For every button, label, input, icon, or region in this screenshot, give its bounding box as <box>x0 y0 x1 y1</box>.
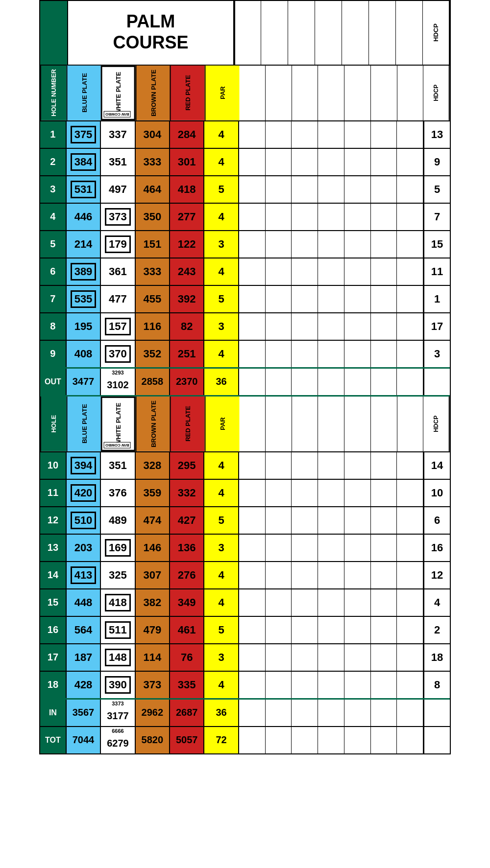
score-1-4[interactable] <box>318 121 344 148</box>
in-score-2[interactable] <box>266 700 292 726</box>
score-6-5[interactable] <box>344 258 371 285</box>
score-16-5[interactable] <box>344 617 371 643</box>
score-12-3[interactable] <box>292 507 318 534</box>
score-4-6[interactable] <box>371 204 397 230</box>
score-8-3[interactable] <box>292 313 318 340</box>
score-11-6[interactable] <box>371 480 397 506</box>
score-11-4[interactable] <box>318 480 344 506</box>
score-10-4[interactable] <box>318 452 344 479</box>
score-16-7[interactable] <box>397 617 423 643</box>
score-17-3[interactable] <box>292 644 318 671</box>
score-18-5[interactable] <box>344 672 371 698</box>
score-17-7[interactable] <box>397 644 423 671</box>
score-18-1[interactable] <box>239 672 266 698</box>
in-score-1[interactable] <box>239 700 266 726</box>
score-15-6[interactable] <box>371 589 397 616</box>
score-17-6[interactable] <box>371 644 397 671</box>
score-16-6[interactable] <box>371 617 397 643</box>
score-5-5[interactable] <box>344 231 371 258</box>
score-3-7[interactable] <box>397 176 423 203</box>
score-15-2[interactable] <box>266 589 292 616</box>
score-8-5[interactable] <box>344 313 371 340</box>
score-5-3[interactable] <box>292 231 318 258</box>
score-4-7[interactable] <box>397 204 423 230</box>
score-15-1[interactable] <box>239 589 266 616</box>
score-18-3[interactable] <box>292 672 318 698</box>
score-10-1[interactable] <box>239 452 266 479</box>
out-score-4[interactable] <box>318 369 344 395</box>
score-6-4[interactable] <box>318 258 344 285</box>
score-11-2[interactable] <box>266 480 292 506</box>
out-score-2[interactable] <box>266 369 292 395</box>
score-7-4[interactable] <box>318 286 344 312</box>
score-17-4[interactable] <box>318 644 344 671</box>
out-score-3[interactable] <box>292 369 318 395</box>
score-6-1[interactable] <box>239 258 266 285</box>
out-score-6[interactable] <box>371 369 397 395</box>
score-14-4[interactable] <box>318 562 344 588</box>
score-1-1[interactable] <box>239 121 266 148</box>
score-3-3[interactable] <box>292 176 318 203</box>
score-3-6[interactable] <box>371 176 397 203</box>
score-14-2[interactable] <box>266 562 292 588</box>
score-13-7[interactable] <box>397 535 423 561</box>
score-11-1[interactable] <box>239 480 266 506</box>
score-1-6[interactable] <box>371 121 397 148</box>
score-6-6[interactable] <box>371 258 397 285</box>
score-1-5[interactable] <box>344 121 371 148</box>
score-16-3[interactable] <box>292 617 318 643</box>
score-4-2[interactable] <box>266 204 292 230</box>
score-7-3[interactable] <box>292 286 318 312</box>
score-12-7[interactable] <box>397 507 423 534</box>
score-15-5[interactable] <box>344 589 371 616</box>
score-1-3[interactable] <box>292 121 318 148</box>
in-score-7[interactable] <box>397 700 423 726</box>
score-2-3[interactable] <box>292 149 318 175</box>
score-2-5[interactable] <box>344 149 371 175</box>
score-11-7[interactable] <box>397 480 423 506</box>
score-13-5[interactable] <box>344 535 371 561</box>
tot-score-2[interactable] <box>266 727 292 753</box>
score-2-2[interactable] <box>266 149 292 175</box>
score-8-6[interactable] <box>371 313 397 340</box>
in-score-4[interactable] <box>318 700 344 726</box>
score-4-3[interactable] <box>292 204 318 230</box>
score-5-1[interactable] <box>239 231 266 258</box>
score-3-4[interactable] <box>318 176 344 203</box>
score-3-1[interactable] <box>239 176 266 203</box>
score-16-2[interactable] <box>266 617 292 643</box>
score-16-1[interactable] <box>239 617 266 643</box>
score-14-7[interactable] <box>397 562 423 588</box>
score-7-7[interactable] <box>397 286 423 312</box>
score-5-7[interactable] <box>397 231 423 258</box>
score-4-5[interactable] <box>344 204 371 230</box>
out-score-7[interactable] <box>397 369 423 395</box>
score-9-6[interactable] <box>371 341 397 367</box>
score-15-4[interactable] <box>318 589 344 616</box>
score-18-4[interactable] <box>318 672 344 698</box>
score-5-2[interactable] <box>266 231 292 258</box>
score-1-7[interactable] <box>397 121 423 148</box>
out-score-5[interactable] <box>344 369 371 395</box>
score-10-2[interactable] <box>266 452 292 479</box>
tot-score-3[interactable] <box>292 727 318 753</box>
score-4-4[interactable] <box>318 204 344 230</box>
score-11-3[interactable] <box>292 480 318 506</box>
score-14-6[interactable] <box>371 562 397 588</box>
in-score-3[interactable] <box>292 700 318 726</box>
score-8-4[interactable] <box>318 313 344 340</box>
score-13-1[interactable] <box>239 535 266 561</box>
score-17-1[interactable] <box>239 644 266 671</box>
score-2-6[interactable] <box>371 149 397 175</box>
score-12-6[interactable] <box>371 507 397 534</box>
tot-score-1[interactable] <box>239 727 266 753</box>
score-14-1[interactable] <box>239 562 266 588</box>
score-6-3[interactable] <box>292 258 318 285</box>
score-8-1[interactable] <box>239 313 266 340</box>
score-9-1[interactable] <box>239 341 266 367</box>
score-13-2[interactable] <box>266 535 292 561</box>
score-1-2[interactable] <box>266 121 292 148</box>
score-7-1[interactable] <box>239 286 266 312</box>
score-9-2[interactable] <box>266 341 292 367</box>
score-14-3[interactable] <box>292 562 318 588</box>
